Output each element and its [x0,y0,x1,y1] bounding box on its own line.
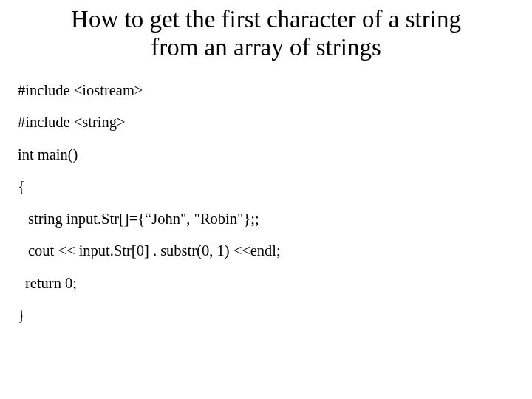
code-line: string input.Str[]={“John", "Robin"};; [18,211,517,227]
title-line-2: from an array of strings [151,34,381,61]
code-line: } [18,307,517,323]
code-line: #include <string> [18,115,517,130]
code-line: return 0; [18,276,517,291]
code-line: cout << input.Str[0] . substr(0, 1) <<en… [18,243,517,259]
code-line: #include <iostream> [18,83,517,98]
code-block: #include <iostream> #include <string> in… [15,83,517,323]
title-line-1: How to get the first character of a stri… [71,6,461,33]
code-line: int main() [18,147,517,163]
code-line: { [18,179,517,194]
slide-title: How to get the first character of a stri… [30,6,502,62]
slide: How to get the first character of a stri… [0,0,532,399]
